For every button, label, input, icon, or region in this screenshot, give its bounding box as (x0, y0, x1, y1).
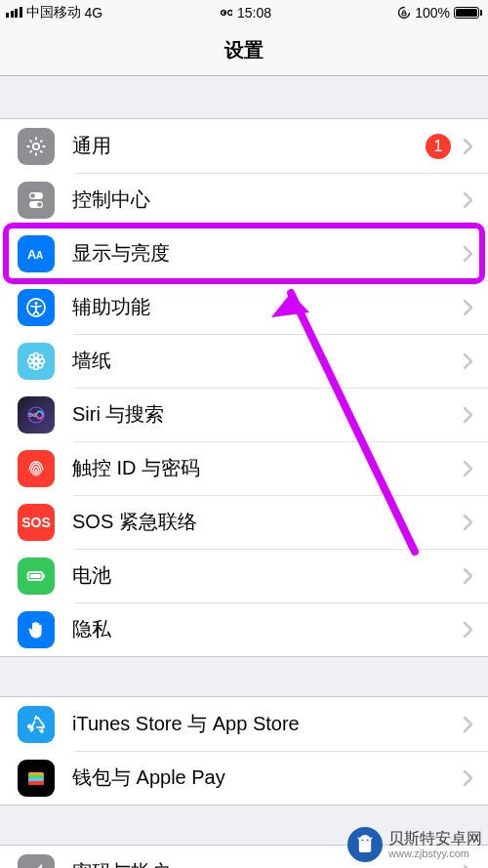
row-control-center[interactable]: 控制中心 (0, 173, 488, 227)
section-gap (0, 657, 488, 696)
svg-point-10 (34, 358, 39, 363)
chevron-right-icon (463, 138, 474, 155)
row-label: iTunes Store 与 App Store (72, 711, 463, 737)
row-battery[interactable]: 电池 (0, 549, 488, 602)
svg-text:A: A (36, 250, 43, 261)
status-bar: 中国移动 4G 15:08 100% (0, 0, 488, 24)
battery-icon (18, 558, 55, 595)
svg-point-9 (34, 301, 37, 304)
network-label: 4G (85, 5, 103, 21)
battery-pct-label: 100% (415, 5, 450, 21)
clock-label: 15:08 (237, 5, 271, 21)
svg-point-5 (37, 202, 42, 207)
row-touchid-passcode[interactable]: 触控 ID 与密码 (0, 441, 488, 495)
accessibility-icon (18, 289, 55, 326)
row-label: 墙纸 (72, 348, 463, 374)
chevron-right-icon (463, 621, 474, 639)
chevron-right-icon (463, 460, 474, 477)
page-title: 设置 (224, 37, 264, 63)
svg-point-1 (33, 143, 39, 148)
watermark-title: 贝斯特安卓网 (388, 830, 482, 847)
watermark-logo-icon (347, 827, 383, 862)
row-label: 钱包与 Apple Pay (72, 765, 463, 791)
chevron-right-icon (463, 299, 474, 316)
chevron-right-icon (463, 514, 474, 531)
chevron-right-icon (463, 769, 474, 787)
row-privacy[interactable]: 隐私 (0, 602, 488, 656)
row-itunes-appstore[interactable]: iTunes Store 与 App Store (0, 697, 488, 751)
carrier-label: 中国移动 (26, 4, 81, 21)
chevron-right-icon (463, 406, 474, 424)
appstore-icon (18, 706, 55, 743)
key-icon (18, 854, 55, 869)
row-general[interactable]: 通用 1 (0, 119, 488, 173)
row-label: 电池 (72, 562, 463, 589)
fingerprint-icon (18, 450, 55, 487)
svg-point-4 (30, 193, 35, 198)
text-size-icon: AA (18, 235, 55, 272)
row-sos[interactable]: SOS SOS 紧急联络 (0, 495, 488, 549)
row-label: 显示与亮度 (72, 240, 463, 267)
row-label: 隐私 (72, 616, 463, 642)
notification-badge: 1 (426, 134, 451, 159)
row-label: 触控 ID 与密码 (72, 455, 463, 481)
row-wallpaper[interactable]: 墙纸 (0, 334, 488, 388)
row-label: 通用 (72, 133, 426, 159)
chevron-right-icon (463, 352, 474, 370)
hotspot-icon (217, 8, 232, 18)
row-label: Siri 与搜索 (72, 401, 463, 428)
wallet-icon (18, 760, 55, 797)
chevron-right-icon (463, 567, 474, 585)
orientation-lock-icon (397, 6, 411, 20)
section-gap (0, 76, 488, 118)
signal-icon (6, 7, 22, 18)
chevron-right-icon (463, 245, 474, 263)
nav-bar: 设置 (0, 24, 488, 76)
settings-group-1: 通用 1 控制中心 AA 显示与亮度 辅助功能 (0, 118, 488, 657)
chevron-right-icon (463, 716, 474, 733)
row-siri-search[interactable]: Siri 与搜索 (0, 388, 488, 441)
chevron-right-icon (463, 191, 474, 209)
row-label: 控制中心 (72, 186, 463, 213)
gear-icon (18, 128, 55, 165)
watermark: 贝斯特安卓网 www.zjbstyy.com (347, 827, 482, 862)
svg-rect-22 (30, 574, 41, 578)
row-label: SOS 紧急联络 (72, 509, 463, 535)
svg-rect-26 (28, 781, 44, 785)
svg-point-30 (361, 840, 363, 842)
row-wallet-applepay[interactable]: 钱包与 Apple Pay (0, 751, 488, 805)
sliders-icon (18, 182, 55, 219)
row-display-brightness[interactable]: AA 显示与亮度 (0, 227, 488, 280)
siri-icon (18, 396, 55, 434)
hand-icon (18, 611, 55, 648)
chevron-right-icon (463, 864, 474, 869)
settings-group-2: iTunes Store 与 App Store 钱包与 Apple Pay (0, 696, 488, 806)
row-label: 辅助功能 (72, 294, 463, 320)
watermark-url: www.zjbstyy.com (388, 847, 482, 859)
battery-icon (454, 7, 482, 19)
svg-rect-21 (43, 574, 45, 578)
flower-icon (18, 343, 55, 380)
row-accessibility[interactable]: 辅助功能 (0, 280, 488, 334)
sos-icon: SOS (18, 504, 55, 541)
svg-point-31 (367, 840, 369, 842)
